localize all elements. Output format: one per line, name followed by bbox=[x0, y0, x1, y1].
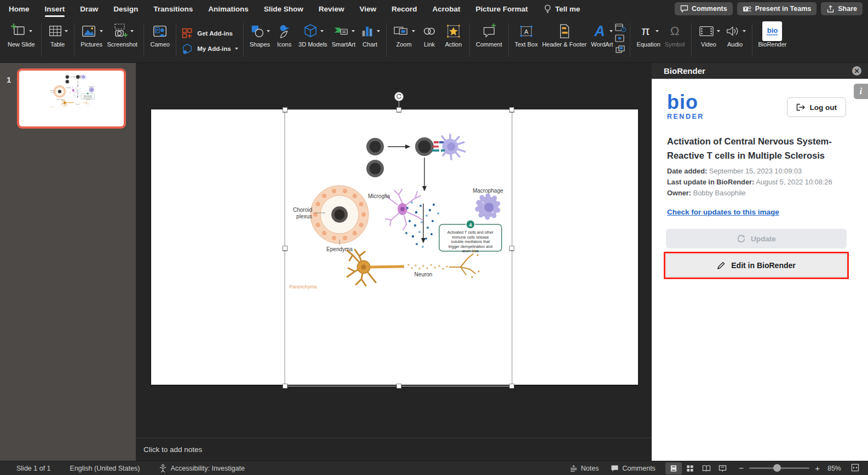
zoom-in-button[interactable]: + bbox=[815, 464, 820, 473]
comments-button[interactable]: Comments bbox=[675, 2, 733, 15]
table-button[interactable]: Table bbox=[45, 21, 70, 49]
my-addins-button[interactable]: My Add-ins bbox=[181, 43, 238, 55]
chevron-down-icon bbox=[130, 30, 134, 32]
biorender-addin-button[interactable]: bioRENDER BioRender bbox=[756, 21, 789, 49]
resize-handle-e[interactable] bbox=[509, 246, 514, 251]
notes-pane[interactable]: Click to add notes bbox=[136, 438, 652, 461]
get-addins-icon bbox=[181, 27, 193, 39]
resize-handle-w[interactable] bbox=[283, 246, 288, 251]
new-slide-button[interactable]: New Slide bbox=[5, 21, 37, 49]
logout-button[interactable]: Log out bbox=[787, 97, 846, 117]
svg-text:T: T bbox=[744, 7, 747, 11]
normal-view-button[interactable] bbox=[665, 462, 682, 474]
date-time-icon[interactable] bbox=[615, 23, 626, 32]
audio-button[interactable]: Audio bbox=[722, 21, 748, 49]
resize-handle-n[interactable] bbox=[396, 107, 401, 112]
check-updates-link[interactable]: Check for updates to this image bbox=[667, 208, 779, 216]
edit-in-biorender-button[interactable]: Edit in BioRender bbox=[666, 254, 847, 277]
link-button[interactable]: Link bbox=[417, 21, 441, 49]
tell-me[interactable]: Tell me bbox=[543, 4, 580, 14]
close-icon[interactable]: ✕ bbox=[852, 66, 861, 76]
last-update-row: Last update in BioRender: August 5, 2022… bbox=[667, 178, 848, 186]
slideshow-view-button[interactable] bbox=[715, 462, 731, 474]
tab-slide-show[interactable]: Slide Show bbox=[264, 5, 303, 13]
screenshot-button[interactable]: Screenshot bbox=[105, 21, 140, 49]
zoom-icon bbox=[393, 24, 410, 38]
resize-handle-ne[interactable] bbox=[509, 107, 514, 112]
slide-thumbnail-panel: 1 bbox=[0, 63, 136, 461]
rotate-handle[interactable] bbox=[394, 92, 404, 101]
comment-button[interactable]: Comment bbox=[474, 21, 504, 49]
cameo-icon: P bbox=[152, 24, 168, 39]
zoom-button[interactable]: Zoom bbox=[390, 21, 417, 49]
tab-home[interactable]: Home bbox=[9, 5, 30, 13]
notes-toggle[interactable]: Notes bbox=[570, 465, 599, 472]
comment-bubble-icon bbox=[611, 465, 619, 472]
chevron-down-icon bbox=[267, 30, 270, 32]
tab-acrobat[interactable]: Acrobat bbox=[432, 5, 460, 13]
text-box-icon: A bbox=[519, 24, 534, 39]
svg-text:π: π bbox=[641, 24, 649, 38]
slide-thumbnail[interactable] bbox=[17, 68, 126, 129]
biorender-panel: BioRender ✕ i bio RENDER Log out Activat… bbox=[652, 63, 868, 461]
screenshot-icon bbox=[111, 23, 129, 39]
biorender-tile-icon: bioRENDER bbox=[762, 21, 782, 41]
slide-number-icon[interactable] bbox=[615, 34, 626, 43]
resize-handle-sw[interactable] bbox=[283, 384, 288, 389]
svg-text:P: P bbox=[156, 28, 159, 32]
zoom-level[interactable]: 85% bbox=[827, 465, 841, 472]
icons-button[interactable]: Icons bbox=[272, 21, 296, 49]
text-box-button[interactable]: A Text Box bbox=[513, 21, 540, 49]
tab-design[interactable]: Design bbox=[113, 5, 138, 13]
symbol-icon: Ω bbox=[667, 24, 682, 39]
update-button[interactable]: Update bbox=[666, 229, 847, 248]
header-footer-button[interactable]: Header & Footer bbox=[540, 21, 589, 49]
zoom-slider[interactable] bbox=[749, 467, 809, 469]
link-icon bbox=[421, 24, 438, 38]
chart-button[interactable]: Chart bbox=[358, 21, 382, 49]
shapes-button[interactable]: Shapes bbox=[248, 21, 272, 49]
tab-insert[interactable]: Insert bbox=[45, 5, 65, 13]
cameo-button[interactable]: P Cameo bbox=[148, 21, 172, 49]
language-selector[interactable]: English (United States) bbox=[70, 465, 140, 472]
fit-to-window-button[interactable] bbox=[851, 464, 859, 473]
equation-button[interactable]: π Equation bbox=[634, 21, 662, 49]
header-footer-icon bbox=[557, 24, 572, 39]
tab-record[interactable]: Record bbox=[392, 5, 417, 13]
tab-draw[interactable]: Draw bbox=[80, 5, 98, 13]
resize-handle-se[interactable] bbox=[509, 384, 514, 389]
zoom-out-button[interactable]: − bbox=[739, 464, 744, 473]
reading-view-button[interactable] bbox=[698, 462, 715, 474]
symbol-button: Ω Symbol bbox=[663, 21, 687, 49]
smartart-button[interactable]: SmartArt bbox=[330, 21, 358, 49]
chart-icon bbox=[360, 24, 375, 39]
3d-models-button[interactable]: 3D Models bbox=[296, 21, 330, 49]
present-in-teams-button[interactable]: T Present in Teams bbox=[737, 2, 817, 15]
share-button[interactable]: Share bbox=[821, 2, 863, 15]
wordart-button[interactable]: A WordArt bbox=[589, 21, 615, 49]
tab-transitions[interactable]: Transitions bbox=[153, 5, 193, 13]
panel-title: BioRender bbox=[664, 66, 852, 76]
accessibility-status[interactable]: Accessibility: Investigate bbox=[159, 464, 244, 473]
action-button[interactable]: Action bbox=[441, 21, 465, 49]
comments-toggle[interactable]: Comments bbox=[611, 465, 655, 472]
tab-picture-format[interactable]: Picture Format bbox=[475, 5, 527, 13]
object-icon[interactable] bbox=[615, 45, 626, 54]
info-button[interactable]: i bbox=[854, 84, 868, 99]
audio-icon bbox=[725, 24, 741, 38]
video-button[interactable]: Video bbox=[695, 21, 722, 49]
tab-view[interactable]: View bbox=[359, 5, 376, 13]
resize-handle-nw[interactable] bbox=[283, 107, 288, 112]
tab-review[interactable]: Review bbox=[319, 5, 344, 13]
pictures-icon bbox=[81, 24, 98, 39]
zoom-slider-handle[interactable] bbox=[773, 464, 781, 472]
tab-animations[interactable]: Animations bbox=[208, 5, 249, 13]
icons-duck-icon bbox=[277, 24, 292, 39]
slide-thumbnail-art bbox=[19, 69, 124, 128]
get-addins-button[interactable]: Get Add-ins bbox=[181, 27, 233, 39]
pictures-button[interactable]: Pictures bbox=[78, 21, 105, 49]
image-selection-box[interactable] bbox=[285, 109, 512, 386]
slide-sorter-view-button[interactable] bbox=[682, 462, 698, 474]
resize-handle-s[interactable] bbox=[396, 384, 401, 389]
svg-text:A: A bbox=[524, 28, 528, 35]
